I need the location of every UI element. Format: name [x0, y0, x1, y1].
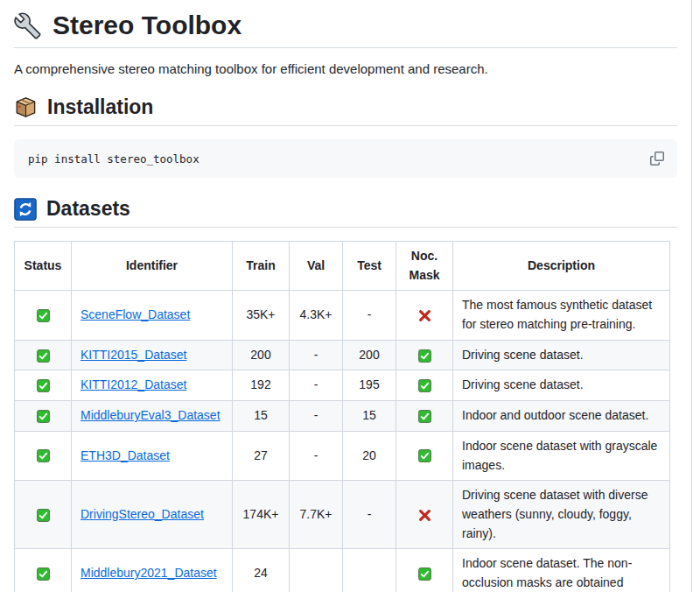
check-icon: [37, 379, 50, 392]
val-cell: -: [290, 431, 343, 480]
identifier-cell: ETH3D_Dataset: [72, 431, 233, 480]
status-cell: [15, 340, 72, 370]
datasets-table-body: SceneFlow_Dataset 35K+ 4.3K+ - The most …: [15, 291, 670, 592]
header-train: Train: [233, 242, 290, 291]
header-description: Description: [453, 242, 670, 291]
table-row: MiddleburyEval3_Dataset 15 - 15 Indoor a…: [15, 401, 670, 432]
train-cell: 200: [233, 340, 290, 370]
identifier-cell: SceneFlow_Dataset: [72, 291, 233, 340]
noc-mask-cell: [396, 431, 453, 480]
status-cell: [15, 431, 72, 480]
cross-icon: [418, 309, 431, 322]
test-cell: -: [343, 291, 396, 340]
noc-mask-cell: [396, 481, 453, 549]
status-cell: [15, 370, 72, 401]
table-row: KITTI2015_Dataset 200 - 200 Driving scen…: [15, 340, 670, 370]
identifier-cell: DrivingStereo_Dataset: [72, 481, 233, 549]
check-icon: [37, 410, 50, 423]
table-row: SceneFlow_Dataset 35K+ 4.3K+ - The most …: [15, 291, 670, 340]
header-noc-mask: Noc. Mask: [396, 242, 453, 291]
check-icon: [37, 449, 50, 462]
train-cell: 27: [233, 431, 290, 480]
train-cell: 174K+: [233, 481, 290, 549]
dataset-link[interactable]: KITTI2015_Dataset: [80, 348, 186, 362]
table-row: DrivingStereo_Dataset 174K+ 7.7K+ - Driv…: [15, 481, 670, 549]
header-identifier: Identifier: [72, 242, 233, 291]
copy-icon: [650, 152, 664, 166]
check-icon: [37, 309, 50, 322]
description-cell: Indoor and outdoor scene dataset.: [453, 401, 670, 432]
train-cell: 24: [233, 549, 290, 592]
test-cell: 200: [343, 340, 396, 370]
dataset-link[interactable]: KITTI2012_Dataset: [80, 377, 186, 391]
check-icon: [418, 449, 431, 462]
page-title-text: Stereo Toolbox: [52, 11, 242, 40]
noc-mask-cell: [396, 370, 453, 401]
page-title: Stereo Toolbox: [14, 11, 677, 48]
identifier-cell: KITTI2015_Dataset: [72, 340, 233, 370]
noc-mask-cell: [396, 340, 453, 370]
package-icon: [14, 95, 38, 119]
dataset-link[interactable]: ETH3D_Dataset: [80, 448, 170, 462]
noc-mask-cell: [396, 291, 453, 340]
description-cell: Indoor scene dataset. The non-occlusion …: [453, 549, 670, 592]
header-status: Status: [15, 242, 72, 291]
table-row: Middlebury2021_Dataset 24 Indoor scene d…: [15, 549, 670, 592]
copy-button[interactable]: [645, 146, 669, 171]
table-row: KITTI2012_Dataset 192 - 195 Driving scen…: [15, 370, 670, 401]
check-icon: [418, 410, 431, 423]
check-icon: [418, 349, 431, 363]
train-cell: 192: [233, 370, 290, 401]
test-cell: -: [343, 481, 396, 549]
test-cell: 20: [343, 431, 396, 480]
cross-icon: [418, 509, 431, 522]
train-cell: 15: [233, 401, 290, 432]
description-cell: Driving scene dataset with diverse weath…: [453, 481, 670, 549]
noc-mask-cell: [396, 549, 453, 592]
install-command[interactable]: pip install stereo_toolbox: [28, 152, 200, 166]
status-cell: [15, 401, 72, 432]
installation-heading: Installation: [14, 95, 677, 126]
check-icon: [37, 509, 50, 522]
identifier-cell: KITTI2012_Dataset: [72, 370, 233, 401]
table-row: ETH3D_Dataset 27 - 20 Indoor scene datas…: [15, 431, 670, 480]
datasets-heading: Datasets: [14, 197, 677, 228]
description-cell: The most famous synthetic dataset for st…: [453, 291, 670, 340]
train-cell: 35K+: [233, 291, 290, 340]
dataset-link[interactable]: DrivingStereo_Dataset: [80, 507, 204, 521]
val-cell: -: [290, 370, 343, 401]
readme-page: Stereo Toolbox A comprehensive stereo ma…: [0, 0, 692, 592]
val-cell: 4.3K+: [290, 291, 343, 340]
test-cell: 15: [343, 401, 396, 432]
identifier-cell: Middlebury2021_Dataset: [72, 549, 233, 592]
wrench-icon: [14, 12, 41, 39]
installation-heading-text: Installation: [47, 95, 153, 119]
header-val: Val: [290, 242, 343, 291]
dataset-link[interactable]: SceneFlow_Dataset: [80, 307, 190, 321]
refresh-icon: [14, 198, 37, 221]
val-cell: -: [290, 401, 343, 432]
datasets-table: Status Identifier Train Val Test Noc. Ma…: [14, 241, 670, 592]
check-icon: [37, 349, 50, 363]
status-cell: [15, 549, 72, 592]
test-cell: [343, 549, 396, 592]
header-test: Test: [343, 242, 396, 291]
page-description: A comprehensive stereo matching toolbox …: [14, 61, 677, 76]
test-cell: 195: [343, 370, 396, 401]
dataset-link[interactable]: MiddleburyEval3_Dataset: [80, 408, 220, 422]
status-cell: [15, 481, 72, 549]
status-cell: [15, 291, 72, 340]
noc-mask-cell: [396, 401, 453, 432]
description-cell: Indoor scene dataset with grayscale imag…: [453, 431, 670, 480]
datasets-heading-text: Datasets: [46, 197, 130, 221]
check-icon: [418, 567, 431, 581]
check-icon: [37, 567, 50, 581]
val-cell: 7.7K+: [290, 481, 343, 549]
table-header-row: Status Identifier Train Val Test Noc. Ma…: [15, 242, 670, 291]
description-cell: Driving scene dataset.: [453, 340, 670, 370]
dataset-link[interactable]: Middlebury2021_Dataset: [80, 566, 217, 580]
val-cell: [290, 549, 343, 592]
identifier-cell: MiddleburyEval3_Dataset: [72, 401, 233, 432]
val-cell: -: [290, 340, 343, 370]
description-cell: Driving scene dataset.: [453, 370, 670, 401]
